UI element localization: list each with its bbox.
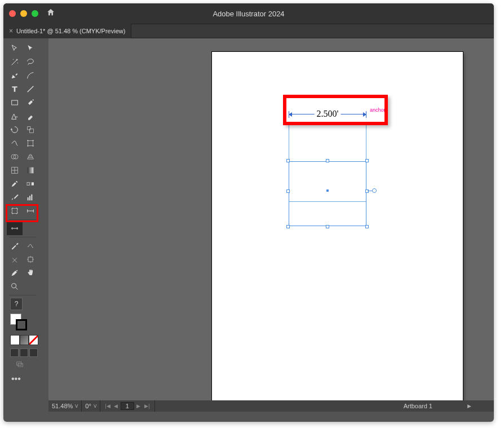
handle-top-right[interactable] (365, 159, 369, 162)
gradient-tool[interactable] (23, 164, 38, 177)
more-tools-button[interactable]: ••• (11, 374, 38, 384)
svg-rect-14 (29, 183, 32, 185)
artboard-navigation: |◀ ◀ 1 ▶ ▶| (100, 400, 155, 412)
canvas-area[interactable]: 2.500' anchor (48, 38, 494, 400)
draw-inside[interactable] (29, 348, 38, 357)
svg-rect-23 (17, 362, 21, 365)
next-artboard-button[interactable]: ▶ (135, 403, 143, 409)
symbol-sprayer-tool[interactable] (7, 191, 23, 204)
svg-point-6 (27, 145, 28, 147)
app-title: Adobe Illustrator 2024 (213, 10, 284, 18)
close-window-button[interactable] (9, 10, 16, 17)
rotation-handle[interactable] (372, 188, 377, 193)
first-artboard-button[interactable]: |◀ (104, 403, 112, 409)
svg-rect-1 (28, 127, 30, 130)
scale-tool[interactable] (23, 123, 38, 136)
measure-tool-selected[interactable] (7, 222, 23, 235)
document-tab[interactable]: × Untitled-1* @ 51.48 % (CMYK/Preview) (3, 24, 131, 38)
handle-bottom-left[interactable] (286, 225, 290, 228)
close-tab-icon[interactable]: × (9, 27, 13, 35)
app-window: Adobe Illustrator 2024 × Untitled-1* @ 5… (3, 3, 494, 422)
hand-tool[interactable] (7, 266, 23, 280)
shape-builder-tool[interactable] (7, 150, 23, 164)
eyedropper-tool[interactable] (7, 177, 23, 191)
rotate-tool[interactable] (7, 123, 23, 136)
artboard-name: Artboard 1 (404, 403, 432, 409)
svg-rect-11 (28, 167, 34, 174)
draw-normal[interactable] (10, 348, 19, 357)
chevron-down-icon: ᐯ (94, 404, 96, 409)
svg-rect-0 (12, 100, 18, 105)
free-transform-tool[interactable] (23, 136, 38, 150)
pen-tool[interactable] (7, 69, 23, 82)
direct-selection-tool[interactable] (23, 42, 38, 55)
last-artboard-button[interactable]: ▶| (143, 403, 151, 409)
perspective-grid-tool[interactable] (23, 150, 38, 164)
svg-rect-13 (32, 182, 34, 185)
titlebar: Adobe Illustrator 2024 (3, 3, 494, 24)
draw-behind[interactable] (20, 348, 28, 357)
mesh-tool[interactable] (7, 164, 23, 177)
handle-mid-left[interactable] (286, 189, 290, 193)
pan-tool[interactable] (23, 266, 38, 280)
color-mode-gradient[interactable] (20, 335, 29, 345)
screen-mode-button[interactable] (15, 360, 38, 370)
svg-rect-24 (18, 363, 23, 367)
minimize-window-button[interactable] (20, 10, 27, 17)
color-mode-solid[interactable] (10, 335, 20, 345)
stroke-swatch[interactable] (16, 319, 27, 330)
handle-mid-bottom[interactable] (326, 225, 329, 228)
eraser-tool[interactable] (23, 109, 38, 123)
zoom-level[interactable]: 51.48% ᐯ (48, 400, 82, 412)
svg-rect-3 (28, 140, 33, 145)
svg-point-20 (32, 247, 33, 248)
draw-mode-buttons (10, 348, 38, 357)
column-graph-tool[interactable] (23, 191, 38, 204)
handle-mid-right[interactable] (365, 189, 369, 193)
selection-bounding-box (289, 161, 366, 226)
magic-wand-tool[interactable] (7, 55, 23, 69)
shaper-tool[interactable] (7, 109, 23, 123)
paintbrush-tool[interactable] (23, 96, 38, 109)
lasso-tool[interactable] (23, 55, 38, 69)
svg-rect-15 (28, 197, 29, 200)
handle-mid-top[interactable] (326, 159, 329, 162)
curvature-tool[interactable] (23, 69, 38, 82)
color-mode-none[interactable] (29, 335, 38, 345)
maximize-window-button[interactable] (32, 10, 38, 17)
width-tool[interactable] (7, 136, 23, 150)
hand-base-tool[interactable] (7, 253, 23, 266)
handle-top-left[interactable] (286, 159, 290, 162)
crop-tool[interactable] (23, 253, 38, 266)
zoom-value: 51.48% (52, 403, 73, 409)
tools-panel: ? ••• (5, 38, 48, 412)
svg-rect-21 (28, 257, 33, 262)
svg-point-5 (33, 140, 34, 141)
svg-point-22 (12, 284, 16, 288)
rotation-angle[interactable]: 0° ᐯ (82, 400, 100, 412)
document-tab-label: Untitled-1* @ 51.48 % (CMYK/Preview) (16, 28, 125, 34)
slice-tool[interactable] (7, 239, 23, 253)
handle-bottom-right[interactable] (365, 225, 369, 228)
zoom-tool[interactable] (7, 280, 23, 293)
svg-rect-12 (27, 182, 29, 185)
print-tiling-tool[interactable] (23, 239, 38, 253)
selection-tool[interactable] (7, 42, 23, 55)
rectangle-tool[interactable] (7, 96, 23, 109)
artboard-number[interactable]: 1 (121, 402, 134, 410)
nav-next-icon[interactable]: ▶ (467, 403, 471, 409)
edit-toolbar-button[interactable]: ? (10, 298, 23, 310)
rotation-value: 0° (85, 403, 91, 409)
measure-tool-highlight (6, 204, 38, 222)
selection-center-point (326, 189, 329, 192)
svg-point-4 (27, 140, 28, 141)
artboard-name-nav[interactable]: Artboard 1 ▶ (404, 403, 471, 409)
prev-artboard-button[interactable]: ◀ (112, 403, 120, 409)
line-segment-tool[interactable] (23, 82, 38, 96)
fill-stroke-control[interactable] (10, 314, 33, 332)
main-area: ? ••• (3, 38, 494, 412)
type-tool[interactable] (7, 82, 23, 96)
home-icon[interactable] (46, 8, 55, 19)
blend-tool[interactable] (23, 177, 38, 191)
svg-point-7 (33, 145, 34, 147)
